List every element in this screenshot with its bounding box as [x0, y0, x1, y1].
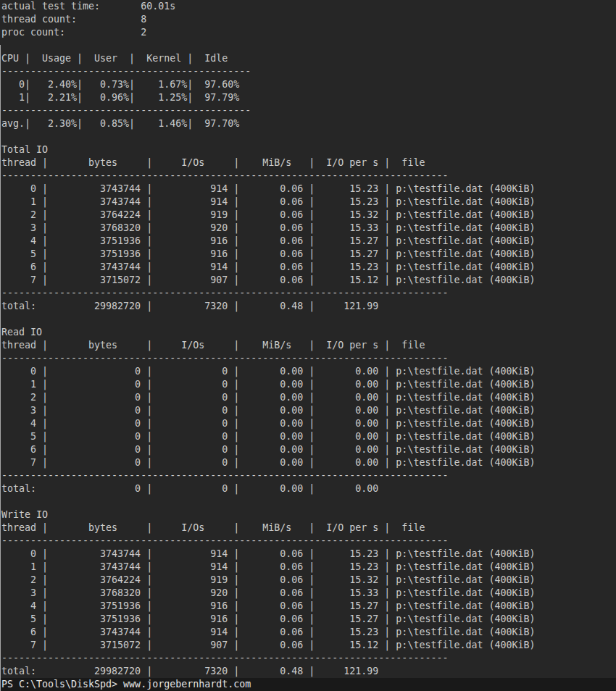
io-thread-row: 2 | 3764224 | 919 | 0.06 | 15.32 | p:\te… — [0, 209, 616, 222]
io-table-header: thread | bytes | I/Os | MiB/s | I/O per … — [0, 156, 616, 169]
io-thread-row: 2 | 0 | 0 | 0.00 | 0.00 | p:\testfile.da… — [0, 391, 616, 404]
io-thread-row: 7 | 3715072 | 907 | 0.06 | 15.12 | p:\te… — [0, 639, 616, 652]
io-thread-row: 4 | 0 | 0 | 0.00 | 0.00 | p:\testfile.da… — [0, 417, 616, 430]
cpu-row: 0| 2.40%| 0.73%| 1.67%| 97.60% — [0, 78, 616, 91]
blank-line — [0, 495, 616, 508]
io-thread-row: 7 | 3715072 | 907 | 0.06 | 15.12 | p:\te… — [0, 274, 616, 287]
blank-line — [0, 313, 616, 326]
io-thread-row: 5 | 0 | 0 | 0.00 | 0.00 | p:\testfile.da… — [0, 430, 616, 443]
summary-line: thread count: 8 — [0, 13, 616, 26]
io-thread-row: 4 | 3751936 | 916 | 0.06 | 15.27 | p:\te… — [0, 600, 616, 613]
separator-line: ----------------------------------------… — [0, 535, 616, 548]
io-thread-row: 5 | 3751936 | 916 | 0.06 | 15.27 | p:\te… — [0, 613, 616, 626]
separator-line: ----------------------------------------… — [0, 169, 616, 183]
io-thread-row: 5 | 3751936 | 916 | 0.06 | 15.27 | p:\te… — [0, 248, 616, 261]
io-total-row: total: 29982720 | 7320 | 0.48 | 121.99 — [0, 300, 616, 313]
io-thread-row: 1 | 3743744 | 914 | 0.06 | 15.23 | p:\te… — [0, 561, 616, 574]
io-total-row: total: 0 | 0 | 0.00 | 0.00 — [0, 482, 616, 495]
separator-line: ----------------------------------------… — [0, 287, 616, 300]
terminal-window[interactable]: actual test time: 60.01sthread count: 8p… — [0, 0, 616, 691]
cpu-table-header: CPU | Usage | User | Kernel | Idle — [0, 52, 616, 65]
separator-line: ----------------------------------------… — [0, 104, 616, 117]
io-section-title: Total IO — [0, 143, 616, 156]
io-section-title: Write IO — [0, 508, 616, 522]
separator-line: ----------------------------------------… — [0, 65, 616, 78]
io-thread-row: 4 | 3751936 | 916 | 0.06 | 15.27 | p:\te… — [0, 235, 616, 248]
blank-line — [0, 130, 616, 143]
separator-line: ----------------------------------------… — [0, 352, 616, 365]
io-thread-row: 1 | 0 | 0 | 0.00 | 0.00 | p:\testfile.da… — [0, 378, 616, 391]
io-thread-row: 3 | 3768320 | 920 | 0.06 | 15.33 | p:\te… — [0, 222, 616, 235]
blank-line — [0, 39, 616, 52]
io-thread-row: 7 | 0 | 0 | 0.00 | 0.00 | p:\testfile.da… — [0, 456, 616, 469]
io-table-header: thread | bytes | I/Os | MiB/s | I/O per … — [0, 522, 616, 535]
io-thread-row: 0 | 3743744 | 914 | 0.06 | 15.23 | p:\te… — [0, 183, 616, 196]
io-thread-row: 0 | 0 | 0 | 0.00 | 0.00 | p:\testfile.da… — [0, 365, 616, 378]
summary-line: proc count: 2 — [0, 26, 616, 39]
io-thread-row: 3 | 0 | 0 | 0.00 | 0.00 | p:\testfile.da… — [0, 404, 616, 417]
io-section-title: Read IO — [0, 326, 616, 339]
io-thread-row: 6 | 3743744 | 914 | 0.06 | 15.23 | p:\te… — [0, 626, 616, 639]
io-thread-row: 2 | 3764224 | 919 | 0.06 | 15.32 | p:\te… — [0, 574, 616, 587]
io-thread-row: 1 | 3743744 | 914 | 0.06 | 15.23 | p:\te… — [0, 196, 616, 209]
separator-line: ----------------------------------------… — [0, 652, 616, 665]
io-thread-row: 0 | 3743744 | 914 | 0.06 | 15.23 | p:\te… — [0, 548, 616, 561]
cpu-avg-row: avg.| 2.30%| 0.85%| 1.46%| 97.70% — [0, 117, 616, 130]
io-total-row: total: 29982720 | 7320 | 0.48 | 121.99 — [0, 665, 616, 678]
io-thread-row: 6 | 0 | 0 | 0.00 | 0.00 | p:\testfile.da… — [0, 443, 616, 456]
io-table-header: thread | bytes | I/Os | MiB/s | I/O per … — [0, 339, 616, 352]
summary-line: actual test time: 60.01s — [0, 0, 616, 13]
io-thread-row: 6 | 3743744 | 914 | 0.06 | 15.23 | p:\te… — [0, 261, 616, 274]
separator-line: ----------------------------------------… — [0, 469, 616, 482]
cpu-row: 1| 2.21%| 0.96%| 1.25%| 97.79% — [0, 91, 616, 104]
io-thread-row: 3 | 3768320 | 920 | 0.06 | 15.33 | p:\te… — [0, 587, 616, 600]
terminal-output: actual test time: 60.01sthread count: 8p… — [0, 0, 616, 691]
prompt-line[interactable]: PS C:\Tools\DiskSpd> www.jorgebernhardt.… — [0, 678, 616, 691]
